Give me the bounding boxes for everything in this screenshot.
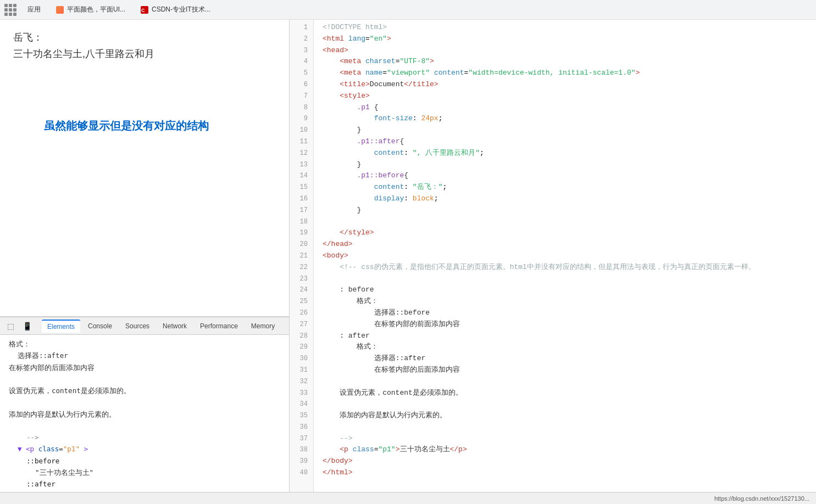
devtools-content: 格式： 选择器::after 在标签内部的后面添加内容 设置伪元素，conten… <box>0 335 289 492</box>
tab-flat-color[interactable]: 平面颜色，平面UI... <box>52 4 130 15</box>
status-bar: https://blog.csdn.net/xxx/1527130... <box>0 492 816 504</box>
flat-color-favicon <box>56 6 64 14</box>
tab-csdn[interactable]: C CSDN-专业IT技术... <box>136 4 215 15</box>
apps-icon <box>4 4 16 16</box>
devtools-spacer <box>9 396 280 408</box>
device-icon[interactable]: 📱 <box>21 320 33 332</box>
devtools-element-row[interactable]: ▼ <p class="p1" > <box>9 443 280 455</box>
tab-performance[interactable]: Performance <box>195 320 243 332</box>
devtools-spacer <box>9 420 280 432</box>
devtools-pseudo-after: ::after <box>9 478 280 490</box>
preview-poem-line: 三十功名尘与土,八千里路云和月 <box>13 47 276 60</box>
tab-apps[interactable]: 应用 <box>23 4 45 15</box>
devtools-text-content: "三十功名尘与土" <box>9 467 280 478</box>
csdn-favicon: C <box>141 6 148 14</box>
inspect-icon[interactable]: ⬚ <box>4 320 16 332</box>
line-numbers: 1234567891011121314151617181920212223242… <box>290 20 314 492</box>
preview-annotation: 虽然能够显示但是没有对应的结构 <box>44 119 209 133</box>
devtools-line: 在标签内部的后面添加内容 <box>9 362 280 373</box>
tab-sources[interactable]: Sources <box>120 320 155 332</box>
devtools-line: 格式： <box>9 338 280 350</box>
devtools-line: 设置伪元素，content是必须添加的。 <box>9 385 280 396</box>
tab-network[interactable]: Network <box>157 320 192 332</box>
preview-poem-title: 岳飞： <box>13 31 276 44</box>
main-area: 岳飞： 三十功名尘与土,八千里路云和月 虽然能够显示但是没有对应的结构 ⬚ 📱 … <box>0 20 816 492</box>
editor-panel: 1234567891011121314151617181920212223242… <box>290 20 816 492</box>
devtools-spacer <box>9 373 280 385</box>
preview-content: 岳飞： 三十功名尘与土,八千里路云和月 虽然能够显示但是没有对应的结构 <box>0 20 289 316</box>
tab-memory[interactable]: Memory <box>246 320 280 332</box>
flat-color-tab-label: 平面颜色，平面UI... <box>67 5 125 14</box>
browser-bar: 应用 平面颜色，平面UI... C CSDN-专业IT技术... <box>0 0 816 20</box>
devtools-tabs: ⬚ 📱 Elements Console Sources Network Per… <box>0 317 289 335</box>
devtools-panel: ⬚ 📱 Elements Console Sources Network Per… <box>0 316 289 492</box>
preview-panel: 岳飞： 三十功名尘与土,八千里路云和月 虽然能够显示但是没有对应的结构 ⬚ 📱 … <box>0 20 290 492</box>
devtools-line: 添加的内容是默认为行内元素的。 <box>9 408 280 420</box>
tab-console[interactable]: Console <box>82 320 118 332</box>
devtools-icon-group: ⬚ 📱 <box>4 320 33 332</box>
status-url: https://blog.csdn.net/xxx/1527130... <box>714 495 809 502</box>
apps-tab-label: 应用 <box>27 5 41 14</box>
code-area[interactable]: <!DOCTYPE html><html lang="en"><head> <m… <box>314 20 816 492</box>
tab-elements[interactable]: Elements <box>42 320 80 333</box>
devtools-line: --> <box>9 432 280 443</box>
devtools-line: 选择器::after <box>9 350 280 361</box>
editor-content: 1234567891011121314151617181920212223242… <box>290 20 816 492</box>
devtools-pseudo-before: ::before <box>9 455 280 467</box>
csdn-tab-label: CSDN-专业IT技术... <box>152 5 210 14</box>
